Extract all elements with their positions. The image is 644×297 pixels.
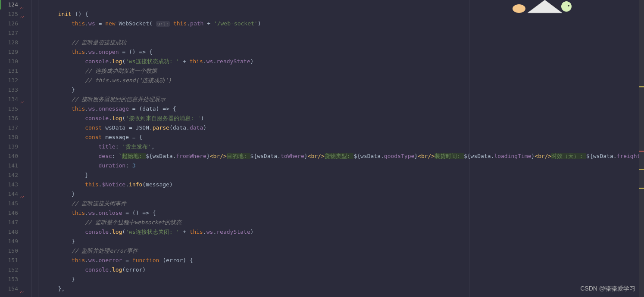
line-number[interactable]: 130 — [0, 57, 26, 66]
code-line[interactable]: const wsData = JSON.parse(data.data) — [26, 123, 644, 133]
code-line[interactable]: this.ws.onerror = function (error) { — [26, 256, 644, 265]
line-number[interactable]: 142 — [0, 170, 26, 180]
code-line[interactable]: this.ws = new WebSocket( url: this.path … — [26, 19, 644, 28]
code-line[interactable]: this.$Notice.info(message) — [26, 180, 644, 189]
line-number[interactable]: 140 — [0, 152, 26, 161]
code-line[interactable]: // 连接成功则发送一个数据 — [26, 66, 644, 76]
code-line[interactable]: this.ws.onclose = () => { — [26, 208, 644, 218]
line-number-gutter[interactable]: 1241251261271281291301311321331341351361… — [0, 0, 26, 297]
code-line[interactable]: // 监听并处理error事件 — [26, 246, 644, 256]
code-editor[interactable]: 1241251261271281291301311321331341351361… — [0, 0, 644, 297]
line-number[interactable]: 143 — [0, 180, 26, 189]
code-line[interactable]: this.ws.onmessage = (data) => { — [26, 104, 644, 114]
line-number[interactable]: 136 — [0, 114, 26, 123]
code-line[interactable]: title: '货主发布', — [26, 142, 644, 152]
line-number[interactable]: 127 — [0, 28, 26, 38]
code-line[interactable]: } — [26, 189, 644, 199]
code-line[interactable]: } — [26, 170, 644, 180]
line-number[interactable]: 133 — [0, 85, 26, 95]
code-line[interactable]: duration: 3 — [26, 161, 644, 170]
code-line[interactable]: desc: `起始地: ${wsData.fromWhere}<br/>目的地:… — [26, 152, 644, 161]
line-number[interactable]: 152 — [0, 265, 26, 275]
line-number[interactable]: 129 — [0, 47, 26, 57]
scrollbar-vertical[interactable] — [639, 0, 644, 297]
code-line[interactable]: } — [26, 275, 644, 284]
line-number[interactable]: 146 — [0, 208, 26, 218]
line-number[interactable]: 125 — [0, 9, 26, 19]
line-number[interactable]: 144 — [0, 189, 26, 199]
code-line[interactable]: console.log('ws连接状态关闭: ' + this.ws.ready… — [26, 227, 644, 237]
code-content[interactable]: init () { this.ws = new WebSocket( url: … — [26, 0, 644, 297]
line-number[interactable]: 141 — [0, 161, 26, 170]
code-line[interactable]: // 接听服务器发回的信息并处理展示 — [26, 95, 644, 104]
code-line[interactable]: // 监听整个过程中websocket的状态 — [26, 218, 644, 227]
code-line[interactable] — [26, 28, 644, 38]
code-line[interactable]: // 监听是否连接成功 — [26, 38, 644, 47]
line-number[interactable]: 126 — [0, 19, 26, 28]
line-number[interactable]: 132 — [0, 76, 26, 85]
code-line[interactable]: console.log('ws连接状态成功: ' + this.ws.ready… — [26, 57, 644, 66]
code-line[interactable]: } — [26, 85, 644, 95]
line-number[interactable]: 137 — [0, 123, 26, 133]
line-number[interactable]: 134 — [0, 95, 26, 104]
mascot-decoration — [506, 0, 584, 15]
line-number[interactable]: 138 — [0, 133, 26, 142]
code-line[interactable]: } — [26, 237, 644, 246]
line-number[interactable]: 148 — [0, 227, 26, 237]
code-line[interactable]: // 监听连接关闭事件 — [26, 199, 644, 208]
line-number[interactable]: 124 — [0, 0, 26, 9]
code-line[interactable]: // this.ws.send('连接成功') — [26, 76, 644, 85]
line-number[interactable]: 139 — [0, 142, 26, 152]
scroll-marker-warning[interactable] — [639, 169, 644, 170]
scroll-marker-warning[interactable] — [639, 188, 644, 189]
scroll-marker-error[interactable] — [639, 151, 644, 152]
line-number[interactable]: 149 — [0, 237, 26, 246]
watermark-text: CSDN @骆骆爱学习 — [580, 285, 635, 293]
line-number[interactable]: 151 — [0, 256, 26, 265]
code-line[interactable]: console.log(error) — [26, 265, 644, 275]
line-number[interactable]: 147 — [0, 218, 26, 227]
line-number[interactable]: 128 — [0, 38, 26, 47]
line-number[interactable]: 150 — [0, 246, 26, 256]
code-line[interactable]: console.log('接收到来自服务器的消息: ') — [26, 114, 644, 123]
line-number[interactable]: 135 — [0, 104, 26, 114]
line-number[interactable]: 154 — [0, 284, 26, 294]
line-number[interactable]: 153 — [0, 275, 26, 284]
code-line[interactable]: const message = { — [26, 133, 644, 142]
code-line[interactable]: this.ws.onopen = () => { — [26, 47, 644, 57]
scroll-marker-warning[interactable] — [639, 86, 644, 87]
line-number[interactable]: 131 — [0, 66, 26, 76]
svg-point-2 — [568, 5, 569, 6]
svg-point-1 — [561, 1, 572, 12]
svg-point-0 — [513, 4, 525, 13]
line-number[interactable]: 145 — [0, 199, 26, 208]
code-line[interactable]: }, — [26, 284, 644, 294]
